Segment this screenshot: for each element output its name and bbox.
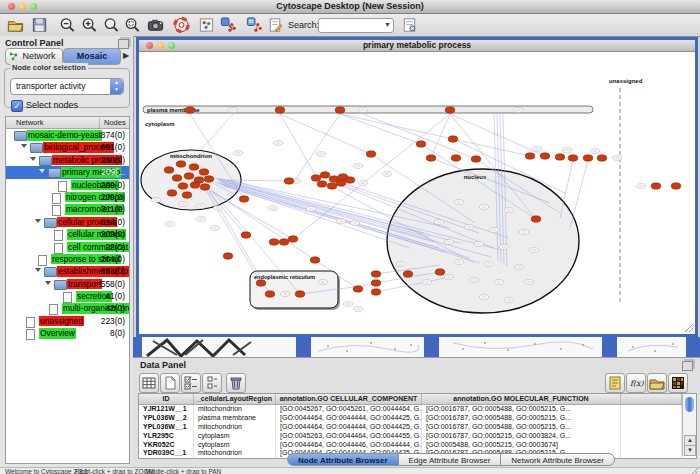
network-canvas[interactable]: plasma membranecytoplasmmitochondrionnuc… xyxy=(139,52,695,334)
table-row[interactable]: YLR295Ccytoplasm[GO:0045263, GO:0044464,… xyxy=(139,432,682,441)
network-node[interactable] xyxy=(239,196,249,202)
zoom-out-icon[interactable] xyxy=(58,16,77,34)
save-icon[interactable] xyxy=(30,16,49,34)
table-cell[interactable]: [GO:0005488, GO:0005215, GO:0003674] xyxy=(422,441,621,450)
tree-expand-arrow-icon[interactable] xyxy=(35,268,41,272)
network-node[interactable] xyxy=(182,192,192,198)
network-node[interactable] xyxy=(597,155,607,161)
table-cell[interactable]: YKR052C xyxy=(139,441,194,450)
network-node[interactable] xyxy=(583,155,593,161)
tree-header[interactable]: Network Nodes xyxy=(6,117,129,129)
table-cell[interactable] xyxy=(621,441,682,450)
network-node[interactable] xyxy=(448,136,458,142)
network-node[interactable] xyxy=(451,155,461,161)
network-node[interactable] xyxy=(284,178,294,184)
network-edge[interactable] xyxy=(201,114,233,150)
tab-scroll-arrow[interactable]: ▶ xyxy=(123,51,129,60)
tree-row[interactable]: macromolecule311(0) xyxy=(6,203,129,215)
network-node[interactable] xyxy=(416,141,426,147)
table-cell[interactable]: YDR039C__1 xyxy=(139,449,194,458)
network-node[interactable] xyxy=(279,239,289,245)
table-cell[interactable]: cytoplasm xyxy=(194,441,276,450)
table-cell[interactable]: YLR295C xyxy=(139,432,194,441)
network-node[interactable] xyxy=(651,183,661,189)
attribute-table-button[interactable] xyxy=(139,373,159,393)
network-node[interactable] xyxy=(275,107,285,113)
network-node[interactable] xyxy=(371,289,381,295)
tree-row[interactable]: unassigned223(0) xyxy=(6,315,129,327)
import-table-icon[interactable] xyxy=(245,16,264,34)
network-node[interactable] xyxy=(256,280,266,286)
tree-row[interactable]: response to stimul264(0) xyxy=(6,253,129,265)
network-minimize-button[interactable] xyxy=(157,42,164,49)
close-window-button[interactable] xyxy=(8,3,15,10)
tree-row[interactable]: cellular process614(0) xyxy=(6,216,129,228)
table-cell[interactable]: YJR121W__1 xyxy=(139,405,194,414)
network-node[interactable] xyxy=(335,107,345,113)
formula-button[interactable]: f(x) xyxy=(626,373,646,393)
notes-button[interactable] xyxy=(605,373,625,393)
network-close-button[interactable] xyxy=(146,42,153,49)
table-column-header[interactable] xyxy=(621,394,682,404)
tree-row[interactable]: secretion41(0) xyxy=(6,290,129,302)
table-cell[interactable] xyxy=(621,414,682,423)
table-cell[interactable]: [GO:0044464, GO:0044444, GO:0044425, G..… xyxy=(276,423,422,432)
network-node[interactable] xyxy=(445,107,455,113)
network-node[interactable] xyxy=(178,183,188,189)
table-cell[interactable] xyxy=(621,449,682,458)
network-node[interactable] xyxy=(525,153,535,159)
network-node[interactable] xyxy=(223,253,233,259)
table-cell[interactable]: cytoplasm xyxy=(194,432,276,441)
network-edge[interactable] xyxy=(363,114,476,159)
table-column-header[interactable]: annotation.GO CELLULAR_COMPONENT xyxy=(276,394,422,404)
canvas-resize-grip[interactable] xyxy=(685,324,693,332)
tree-row[interactable]: nitrogen compo209(0) xyxy=(6,191,129,203)
network-edge[interactable] xyxy=(431,114,450,158)
table-column-header[interactable]: _cellularLayoutRegion xyxy=(194,394,276,404)
network-node[interactable] xyxy=(366,151,376,157)
network-node[interactable] xyxy=(185,107,195,113)
zoom-selected-region-icon[interactable] xyxy=(123,16,142,34)
network-node[interactable] xyxy=(167,190,177,196)
table-cell[interactable]: [GO:0016787, GO:0005488, GO:0005215, G..… xyxy=(422,423,621,432)
network-node[interactable] xyxy=(327,183,337,189)
table-cell[interactable]: [GO:0044464, GO:0044446, GO:0044444, G..… xyxy=(276,441,422,450)
tree-row[interactable]: biological_process651(0) xyxy=(6,141,129,153)
table-cell[interactable] xyxy=(621,405,682,414)
tree-row[interactable]: transport558(0) xyxy=(6,278,129,290)
network-node[interactable] xyxy=(317,181,327,187)
network-zoom-button[interactable] xyxy=(168,42,175,49)
tree-row[interactable]: mosaic-demo-yeast874(0) xyxy=(6,129,129,141)
network-node[interactable] xyxy=(310,257,320,263)
table-cell[interactable]: [GO:0044464, GO:0044444, GO:0044425, G..… xyxy=(276,414,422,423)
table-cell[interactable] xyxy=(621,432,682,441)
select-nodes-checkbox[interactable]: ✓ xyxy=(11,100,23,112)
network-node[interactable] xyxy=(241,232,251,238)
tab-network-attribute-browser[interactable]: Network Attribute Browser xyxy=(501,453,614,466)
table-cell[interactable]: mitochondrion xyxy=(194,423,276,432)
table-cell[interactable]: [GO:0016787, GO:0005488, GO:0005215, G..… xyxy=(422,405,621,414)
new-attribute-button[interactable] xyxy=(160,373,180,393)
table-cell[interactable]: [GO:0016787, GO:0005488, GO:0005215, G..… xyxy=(422,414,621,423)
network-node[interactable] xyxy=(189,164,199,170)
scrollbar-thumb[interactable] xyxy=(685,397,694,412)
tab-node-attribute-browser[interactable]: Node Attribute Browser xyxy=(287,453,399,466)
open-file-icon[interactable] xyxy=(6,16,25,34)
tree-row[interactable]: establishment of lo558(0) xyxy=(6,265,129,277)
network-node[interactable] xyxy=(204,176,214,182)
zoom-window-button[interactable] xyxy=(30,3,37,10)
table-row[interactable]: YPL036W__2plasma membrane[GO:0044464, GO… xyxy=(139,414,682,423)
float-data-panel-icon[interactable] xyxy=(682,361,693,371)
node-color-dropdown[interactable]: transporter activity ▲▼ xyxy=(10,78,124,95)
table-cell[interactable]: plasma membrane xyxy=(194,414,276,423)
network-node[interactable] xyxy=(555,154,565,160)
tree-row[interactable]: primary metabo209(... xyxy=(6,166,129,178)
network-edge[interactable] xyxy=(280,114,371,154)
tree-row[interactable]: Overview8(0) xyxy=(6,327,129,339)
tree-row[interactable]: cellular metabo209(0) xyxy=(6,228,129,240)
tree-row[interactable]: cell communicat22(0) xyxy=(6,241,129,253)
minimize-window-button[interactable] xyxy=(19,3,26,10)
table-scrollbar[interactable]: ▲ ▼ xyxy=(682,394,696,456)
table-cell[interactable] xyxy=(621,423,682,432)
network-node[interactable] xyxy=(269,239,279,245)
